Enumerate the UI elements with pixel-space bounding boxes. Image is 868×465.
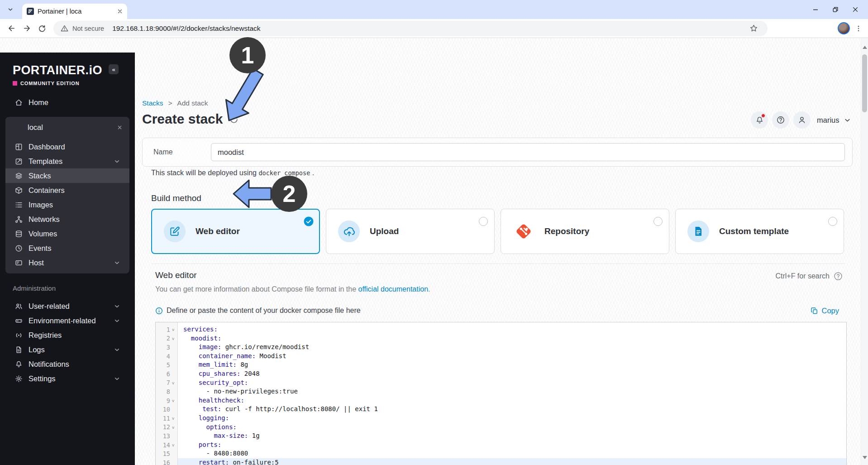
radio-button[interactable] [479, 217, 488, 226]
editor-code-area[interactable]: services: moodist: image: ghcr.io/remvze… [178, 322, 846, 465]
radio-button[interactable] [828, 217, 837, 226]
sidebar-item-templates[interactable]: Templates [5, 154, 129, 168]
sidebar-item-registries[interactable]: Registries [5, 328, 129, 342]
build-method-upload[interactable]: Upload [326, 209, 495, 254]
reload-button[interactable] [34, 21, 50, 36]
build-method-heading: Build method [151, 193, 201, 203]
sidebar-collapse-button[interactable]: « [109, 64, 119, 74]
question-icon[interactable] [834, 272, 843, 281]
help-button[interactable] [772, 111, 789, 129]
deploy-note-suffix: . [312, 169, 314, 177]
code-line[interactable]: image: ghcr.io/remvze/moodist [178, 343, 846, 352]
sidebar-item-dashboard[interactable]: Dashboard [5, 139, 129, 154]
info-suffix: . [428, 285, 430, 293]
chevron-down-icon [114, 375, 120, 382]
sidebar-item-home[interactable]: Home [5, 95, 129, 110]
sidebar-item-settings[interactable]: Settings [5, 371, 129, 386]
fold-arrow-icon[interactable]: v [170, 380, 176, 385]
compose-code-editor[interactable]: 1v2v34567v89v1011v12v1314v1516 services:… [155, 322, 847, 465]
line-number: 16 [163, 459, 170, 465]
code-line[interactable]: test: curl -f http://localhost:8080/ || … [178, 405, 846, 414]
scrollbar-up-arrow-icon[interactable] [863, 43, 867, 49]
sidebar-item-images[interactable]: Images [5, 197, 129, 212]
window-minimize-button[interactable] [806, 0, 825, 19]
build-method-custom-template[interactable]: Custom template [675, 209, 844, 254]
code-line[interactable]: container_name: Moodist [178, 352, 846, 361]
deploy-note-text: This stack will be deployed using [151, 169, 257, 177]
fold-arrow-icon[interactable]: v [170, 336, 176, 341]
tab-search-button[interactable] [5, 5, 15, 14]
breadcrumb: Stacks > Add stack [142, 99, 208, 107]
fold-arrow-icon[interactable]: v [170, 416, 176, 421]
page-scrollbar[interactable] [861, 38, 868, 465]
radio-button[interactable] [653, 217, 663, 226]
code-line[interactable]: - 8480:8080 [178, 449, 846, 458]
browser-profile-avatar[interactable] [838, 22, 850, 34]
fold-arrow-icon[interactable]: v [170, 398, 176, 403]
scrollbar-thumb[interactable] [862, 54, 867, 112]
scrollbar-down-arrow-icon[interactable] [863, 456, 867, 461]
sidebar-item-events[interactable]: Events [5, 241, 129, 255]
browser-menu-icon[interactable] [852, 22, 865, 35]
docker-whale-icon [12, 124, 22, 131]
upload-icon [338, 221, 360, 242]
chevron-down-icon[interactable] [844, 116, 851, 124]
sidebar-item-host[interactable]: Host [5, 255, 129, 270]
bookmark-star-icon[interactable] [747, 22, 760, 35]
code-line[interactable]: healthcheck: [178, 396, 846, 405]
code-line[interactable]: moodist: [178, 334, 846, 343]
copy-label: Copy [821, 307, 839, 315]
copy-button[interactable]: Copy [811, 307, 839, 315]
stack-name-input[interactable] [211, 143, 845, 161]
fold-arrow-icon[interactable]: v [170, 327, 176, 332]
registries-icon [15, 331, 23, 339]
official-documentation-link[interactable]: official documentation [358, 285, 428, 293]
yaml-key: logging: [199, 414, 229, 422]
window-close-button[interactable] [845, 0, 865, 19]
web-editor-heading: Web editor [155, 270, 197, 280]
code-line[interactable]: mem_limit: 8g [178, 360, 846, 369]
environment-header[interactable]: local [5, 120, 129, 134]
environment-close-icon[interactable] [117, 125, 122, 130]
code-line[interactable]: logging: [178, 414, 846, 423]
forward-button[interactable] [19, 21, 34, 36]
portainer-favicon-icon [27, 8, 34, 15]
yaml-key: image: [199, 343, 222, 350]
breadcrumb-stacks-link[interactable]: Stacks [142, 99, 163, 107]
refresh-icon[interactable] [229, 115, 238, 124]
sidebar-item-logs[interactable]: Logs [5, 342, 129, 357]
code-line[interactable]: - no-new-privileges:true [178, 387, 846, 396]
back-button[interactable] [4, 21, 19, 36]
sidebar-item-stacks[interactable]: Stacks [5, 168, 129, 183]
code-line[interactable]: cpu_shares: 2048 [178, 369, 846, 379]
not-secure-label: Not secure [72, 25, 104, 32]
deploy-note: This stack will be deployed using docker… [151, 169, 314, 177]
sidebar-item-notifications[interactable]: Notifications [5, 357, 129, 371]
notifications-bell-button[interactable] [751, 111, 768, 129]
chevron-down-icon [114, 303, 120, 310]
line-number: 5 [167, 361, 170, 369]
code-line[interactable]: max-size: 1g [178, 431, 846, 441]
build-method-web-editor[interactable]: Web editor [151, 209, 320, 254]
build-method-repository[interactable]: Repository [501, 209, 669, 254]
browser-tab[interactable]: Portainer | loca [22, 4, 127, 19]
sidebar-item-environment-related[interactable]: Environment-related [5, 313, 129, 328]
code-line[interactable]: security_opt: [178, 379, 846, 388]
code-line[interactable]: restart: on-failure:5 [178, 458, 846, 465]
sidebar-item-label: Templates [29, 157, 62, 166]
sidebar-item-volumes[interactable]: Volumes [5, 226, 129, 241]
fold-arrow-icon[interactable]: v [170, 442, 176, 447]
fold-arrow-icon[interactable]: v [170, 425, 176, 430]
code-line[interactable]: services: [178, 325, 846, 334]
sidebar-item-networks[interactable]: Networks [5, 212, 129, 226]
window-restore-button[interactable] [825, 0, 845, 19]
sidebar-item-containers[interactable]: Containers [5, 183, 129, 197]
environment-icon [15, 317, 23, 325]
code-line[interactable]: options: [178, 423, 846, 432]
user-menu-button[interactable] [793, 111, 811, 129]
url-bar[interactable]: Not secure 192.168.1.18:9000/#!/2/docker… [53, 21, 768, 36]
gutter-line: 3 [156, 343, 177, 352]
sidebar-item-user-related[interactable]: User-related [5, 299, 129, 313]
tab-close-icon[interactable] [117, 9, 123, 14]
code-line[interactable]: ports: [178, 441, 846, 450]
